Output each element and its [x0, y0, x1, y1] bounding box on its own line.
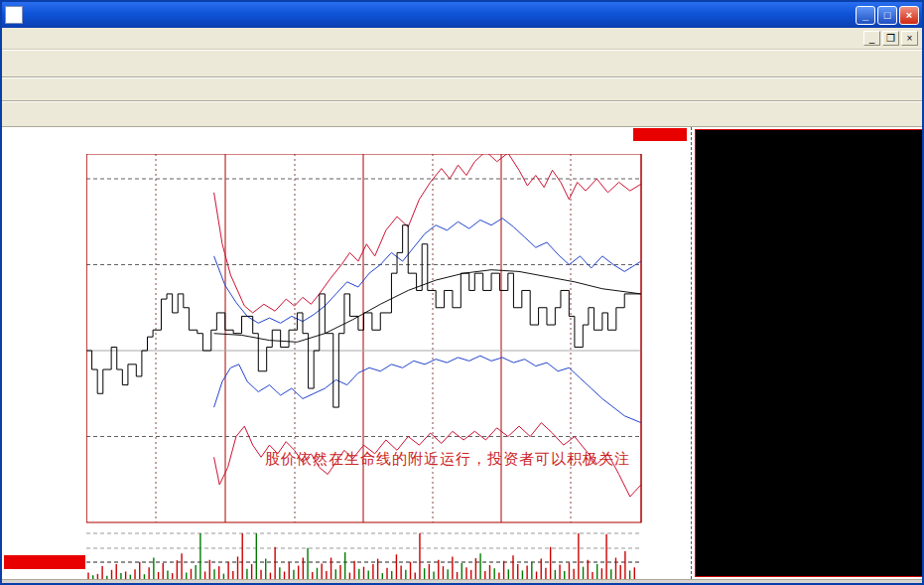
- chart-toolbar: [2, 77, 922, 101]
- date-label: [633, 128, 687, 141]
- series-Dn: [214, 356, 641, 422]
- maximize-button[interactable]: □: [877, 6, 897, 25]
- mdi-close-button[interactable]: ×: [901, 31, 918, 46]
- chart-workspace: 股价依然在生命线的附近运行，投资者可以积极关注 ▲: [2, 127, 922, 579]
- bottom-frame: [2, 579, 922, 583]
- minimize-button[interactable]: _: [856, 6, 875, 25]
- close-button[interactable]: ×: [899, 6, 919, 25]
- price-chart[interactable]: 股价依然在生命线的附近运行，投资者可以积极关注: [86, 154, 642, 579]
- chart-annotation: 股价依然在生命线的附近运行，投资者可以积极关注: [265, 450, 630, 467]
- main-toolbar: [2, 50, 922, 77]
- mdi-window-controls: _ ❐ ×: [863, 31, 920, 46]
- window-controls: _ □ ×: [856, 6, 919, 25]
- app-logo-icon: [5, 6, 23, 24]
- app-window: _ □ × _ ❐ × 股价依然在生命线的附近运行，投资者可以积极关注: [0, 0, 924, 585]
- mdi-minimize-button[interactable]: _: [863, 31, 880, 46]
- quote-panel: [695, 129, 924, 577]
- menu-bar: _ ❐ ×: [2, 28, 922, 50]
- mdi-restore-button[interactable]: ❐: [882, 31, 899, 46]
- title-bar: _ □ ×: [2, 2, 922, 28]
- drawing-toolbar: [2, 101, 922, 127]
- panel-splitter[interactable]: [691, 127, 692, 579]
- volume-highlight-label: [4, 555, 85, 569]
